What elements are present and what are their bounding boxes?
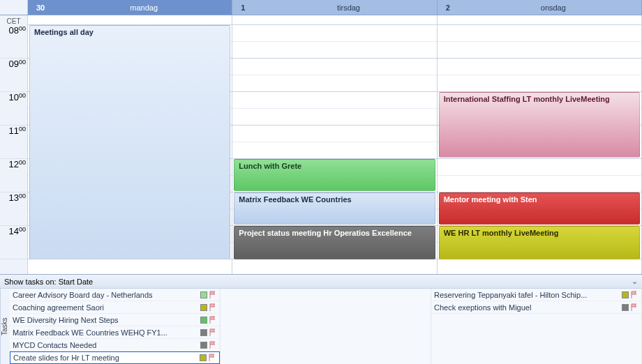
flag-icon[interactable]: [630, 303, 639, 312]
tz-spacer: [232, 15, 437, 25]
task-row[interactable]: Reservering Teppanyaki tafel - Hilton Sc…: [431, 289, 641, 301]
task-label: MYCD Contacts Needed: [13, 341, 199, 349]
time-slot-09: 0900: [0, 59, 27, 92]
event-title: Meetings all day: [34, 28, 94, 36]
time-slot-10: 1000: [0, 92, 27, 126]
days-container: Meetings all day Lunch with Grete Matrix…: [28, 25, 642, 274]
calendar-view: 30 mandag 1 tirsdag 2 onsdag CET 0800 09…: [0, 0, 642, 364]
task-label: Matrix Feedback WE Countries WEHQ FY1...: [13, 328, 199, 337]
task-row[interactable]: Coaching agreement Saori: [10, 301, 220, 314]
task-row[interactable]: Career Advisory Board day - Netherlands: [10, 289, 220, 301]
flag-icon[interactable]: [209, 316, 217, 324]
flag-icon[interactable]: [209, 328, 217, 337]
time-slot-14: 1400: [0, 226, 27, 259]
task-label: Create slides for Hr LT meeting: [13, 354, 198, 362]
event-meetings-all-day[interactable]: Meetings all day: [29, 25, 230, 259]
tasks-side-label: Tasks: [0, 289, 10, 364]
flag-icon[interactable]: [630, 291, 639, 299]
event-lunch-grete[interactable]: Lunch with Grete: [234, 159, 435, 191]
day-header-wed[interactable]: 2 onsdag: [438, 0, 642, 15]
task-row[interactable]: WE Diversity Hiring Next Steps: [10, 314, 220, 326]
event-wehr-lt[interactable]: WE HR LT monthly LiveMeeting: [439, 226, 640, 259]
category-icon: [200, 304, 207, 311]
flag-icon[interactable]: [208, 354, 216, 362]
day-number: 30: [36, 3, 64, 12]
task-label: Reservering Teppanyaki tafel - Hilton Sc…: [434, 291, 620, 299]
task-row[interactable]: MYCD Contacts Needed: [10, 339, 220, 351]
event-project-status[interactable]: Project status meeting Hr Operatios Exce…: [234, 226, 435, 259]
timezone-row: CET: [0, 15, 642, 25]
task-label: Check exeptions with Miguel: [434, 303, 620, 312]
category-icon: [622, 304, 629, 311]
flag-icon[interactable]: [209, 291, 217, 299]
tasks-body: Tasks Career Advisory Board day - Nether…: [0, 289, 642, 364]
day-number: 2: [446, 3, 474, 12]
time-slot-13: 1300: [0, 192, 27, 226]
day-name: mandag: [64, 3, 223, 12]
task-col-tue: [221, 289, 431, 364]
time-gutter: 0800 0900 1000 1100 1200 1300 1400: [0, 25, 28, 274]
event-mentor-sten[interactable]: Mentor meeting with Sten: [439, 192, 640, 225]
tz-spacer: [438, 15, 642, 25]
day-col-mon[interactable]: Meetings all day: [28, 25, 232, 274]
day-header-mon[interactable]: 30 mandag: [28, 0, 232, 15]
time-slot-08: 0800: [0, 25, 27, 59]
event-title: Matrix Feedback WE Countries: [239, 195, 351, 204]
flag-icon[interactable]: [209, 303, 217, 312]
task-label: Coaching agreement Saori: [13, 303, 199, 312]
event-intl-staffing[interactable]: International Staffing LT monthly LiveMe…: [439, 92, 640, 158]
expand-chevron-icon[interactable]: ⌄: [632, 277, 638, 286]
tasks-panel: Show tasks on: Start Date ⌄ Tasks Career…: [0, 274, 642, 364]
calendar-grid: 0800 0900 1000 1100 1200 1300 1400 Meeti…: [0, 25, 642, 274]
category-icon: [200, 317, 207, 324]
category-icon: [200, 354, 207, 361]
category-icon: [200, 291, 207, 298]
category-icon: [200, 342, 207, 349]
event-matrix-feedback[interactable]: Matrix Feedback WE Countries: [234, 192, 435, 225]
task-label: Career Advisory Board day - Netherlands: [13, 291, 199, 299]
task-row[interactable]: Check exeptions with Miguel: [431, 301, 641, 314]
category-icon: [622, 291, 629, 298]
flag-icon[interactable]: [209, 341, 217, 349]
event-title: Project status meeting Hr Operatios Exce…: [239, 229, 412, 237]
task-col-wed: Reservering Teppanyaki tafel - Hilton Sc…: [431, 289, 642, 364]
task-col-mon: Career Advisory Board day - Netherlands …: [10, 289, 221, 364]
tasks-header[interactable]: Show tasks on: Start Date ⌄: [0, 275, 642, 289]
day-header-tue[interactable]: 1 tirsdag: [232, 0, 437, 15]
day-name: tirsdag: [269, 3, 428, 12]
event-title: International Staffing LT monthly LiveMe…: [444, 95, 610, 103]
day-header-row: 30 mandag 1 tirsdag 2 onsdag: [0, 0, 642, 15]
event-title: Mentor meeting with Sten: [444, 195, 537, 204]
day-col-tue[interactable]: Lunch with Grete Matrix Feedback WE Coun…: [232, 25, 437, 274]
tasks-header-label: Show tasks on: Start Date: [4, 278, 93, 286]
event-title: Lunch with Grete: [239, 162, 301, 170]
day-number: 1: [241, 3, 269, 12]
event-title: WE HR LT monthly LiveMeeting: [444, 229, 559, 237]
time-slot-12: 1200: [0, 159, 27, 192]
tz-spacer: [28, 15, 232, 25]
timezone-label: CET: [0, 15, 28, 25]
time-slot-11: 1100: [0, 126, 27, 159]
tasks-columns: Career Advisory Board day - Netherlands …: [10, 289, 642, 364]
task-row[interactable]: Matrix Feedback WE Countries WEHQ FY1...: [10, 326, 220, 339]
task-label: WE Diversity Hiring Next Steps: [13, 316, 199, 324]
task-row-selected[interactable]: Create slides for Hr LT meeting: [10, 351, 220, 364]
day-col-wed[interactable]: International Staffing LT monthly LiveMe…: [438, 25, 642, 274]
header-spacer: [0, 0, 28, 15]
category-icon: [200, 329, 207, 336]
day-name: onsdag: [474, 3, 633, 12]
